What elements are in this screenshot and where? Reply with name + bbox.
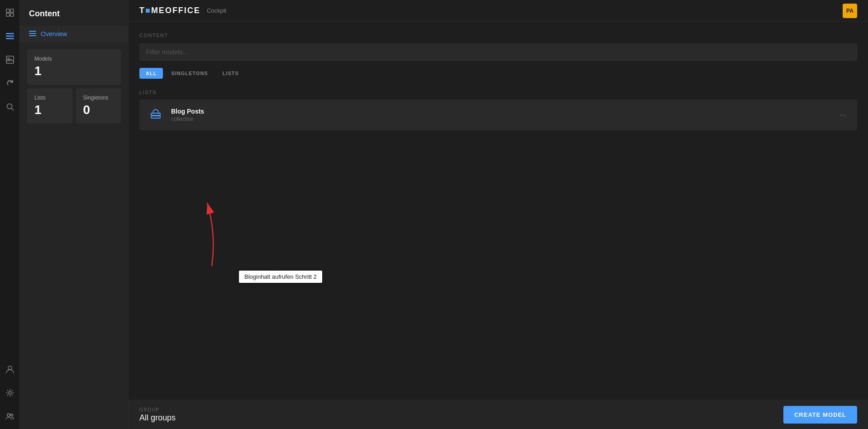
svg-line-10 bbox=[11, 109, 14, 111]
model-menu-icon[interactable]: ··· bbox=[836, 109, 850, 122]
svg-rect-19 bbox=[151, 116, 160, 118]
singletons-stat-card[interactable]: Singletons 0 bbox=[76, 88, 121, 124]
svg-point-14 bbox=[10, 414, 13, 416]
settings-nav-icon[interactable] bbox=[3, 386, 17, 400]
lists-stat-card[interactable]: Lists 1 bbox=[27, 88, 72, 124]
svg-rect-0 bbox=[6, 9, 10, 12]
tab-lists[interactable]: LISTS bbox=[216, 68, 245, 79]
svg-rect-18 bbox=[151, 113, 160, 115]
overview-nav-item[interactable]: Overview bbox=[20, 26, 128, 42]
model-row[interactable]: Blog Posts collection ··· bbox=[139, 100, 857, 130]
svg-rect-16 bbox=[29, 33, 36, 34]
logo-text: T■MEOFFICE bbox=[139, 6, 200, 15]
svg-point-9 bbox=[7, 104, 12, 109]
lists-stat-label: Lists bbox=[34, 95, 65, 101]
svg-rect-15 bbox=[29, 31, 36, 32]
overview-label: Overview bbox=[41, 30, 67, 38]
tab-bar: ALL SINGLETONS LISTS bbox=[139, 68, 857, 79]
content-body: CONTENT ALL SINGLETONS LISTS LISTS Blog … bbox=[129, 22, 868, 400]
svg-rect-7 bbox=[6, 56, 14, 63]
svg-rect-4 bbox=[6, 33, 14, 34]
group-info: GROUP All groups bbox=[139, 407, 176, 423]
group-label: GROUP bbox=[139, 407, 176, 412]
overview-icon bbox=[29, 31, 36, 37]
models-stat-label: Models bbox=[34, 56, 114, 62]
stats-grid: Models 1 Lists 1 Singletons 0 bbox=[20, 42, 128, 131]
content-section-label: CONTENT bbox=[139, 33, 857, 38]
panel-title: Content bbox=[20, 0, 128, 26]
user-nav-icon[interactable] bbox=[3, 362, 17, 377]
lists-section-label: LISTS bbox=[139, 90, 857, 95]
main-area: T■MEOFFICE Cockpit PA CONTENT ALL SINGLE… bbox=[129, 0, 868, 429]
svg-point-11 bbox=[8, 366, 12, 370]
top-bar: T■MEOFFICE Cockpit PA bbox=[129, 0, 868, 22]
svg-point-13 bbox=[7, 414, 10, 416]
singletons-stat-label: Singletons bbox=[83, 95, 114, 101]
team-nav-icon[interactable] bbox=[3, 409, 17, 424]
svg-rect-17 bbox=[29, 35, 36, 36]
assets-nav-icon[interactable] bbox=[3, 52, 17, 67]
lists-stat-value: 1 bbox=[34, 103, 65, 117]
left-panel: Content Overview Models 1 Lists 1 Single… bbox=[20, 0, 129, 429]
bottom-bar: GROUP All groups CREATE MODEL bbox=[129, 400, 868, 429]
models-stat-card[interactable]: Models 1 bbox=[27, 49, 121, 85]
svg-point-12 bbox=[9, 391, 11, 394]
logo-accent: ■ bbox=[145, 6, 151, 15]
icon-sidebar bbox=[0, 0, 20, 429]
cockpit-label: Cockpit bbox=[207, 7, 226, 14]
model-type: collection bbox=[171, 116, 836, 122]
svg-rect-1 bbox=[10, 9, 14, 12]
model-collection-icon bbox=[147, 106, 165, 124]
svg-rect-5 bbox=[6, 36, 14, 37]
model-info: Blog Posts collection bbox=[171, 108, 836, 122]
filter-input[interactable] bbox=[139, 43, 857, 61]
create-model-button[interactable]: CREATE MODEL bbox=[783, 406, 857, 424]
model-name: Blog Posts bbox=[171, 108, 836, 115]
svg-rect-3 bbox=[10, 13, 14, 16]
grid-nav-icon[interactable] bbox=[3, 5, 17, 20]
logo-area: T■MEOFFICE Cockpit bbox=[139, 6, 226, 15]
group-value: All groups bbox=[139, 413, 176, 423]
singletons-stat-value: 0 bbox=[83, 103, 114, 117]
tab-all[interactable]: ALL bbox=[139, 68, 163, 79]
svg-rect-2 bbox=[6, 13, 10, 16]
svg-rect-6 bbox=[6, 38, 14, 39]
sync-nav-icon[interactable] bbox=[3, 76, 17, 91]
content-nav-icon[interactable] bbox=[3, 29, 17, 43]
models-stat-value: 1 bbox=[34, 64, 114, 78]
user-avatar[interactable]: PA bbox=[843, 4, 857, 18]
annotation-box: Bloginhalt aufrufen Schritt 2 bbox=[239, 271, 322, 283]
annotation-arrow-svg bbox=[189, 189, 307, 280]
search-nav-icon[interactable] bbox=[3, 100, 17, 114]
tab-singletons[interactable]: SINGLETONS bbox=[165, 68, 214, 79]
